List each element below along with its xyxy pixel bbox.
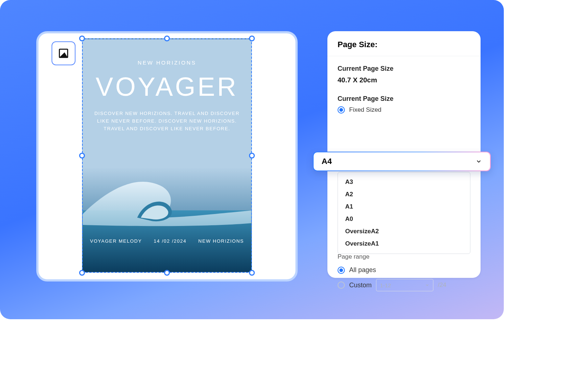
current-size-value: 40.7 X 20cm	[338, 76, 470, 84]
poster-footer-center: 14 /02 /2024	[154, 238, 186, 244]
resize-handle-top-right[interactable]	[249, 36, 255, 41]
canvas-preview: NEW HORIZIONS VOYAGER DISCOVER NEW HORIZ…	[36, 31, 298, 281]
resize-handle-mid-left[interactable]	[79, 153, 85, 159]
poster-kicker: NEW HORIZIONS	[83, 59, 251, 66]
custom-range-label: Custom	[349, 281, 372, 289]
size-mode-label: Current Page Size	[338, 95, 470, 103]
total-pages: /24	[438, 281, 446, 289]
selection-box[interactable]: NEW HORIZIONS VOYAGER DISCOVER NEW HORIZ…	[82, 38, 252, 273]
panel-title: Page Size:	[327, 31, 481, 56]
resize-handle-bottom-right[interactable]	[249, 270, 255, 276]
custom-range-select[interactable]: 1-12	[376, 279, 433, 291]
page-size-option[interactable]: OversizeA2	[338, 225, 470, 238]
fixed-size-label: Fixed Sized	[349, 106, 381, 114]
resize-handle-bottom-left[interactable]	[79, 270, 85, 276]
fixed-size-radio-row[interactable]: Fixed Sized	[338, 106, 470, 114]
resize-handle-mid-right[interactable]	[249, 153, 255, 159]
page-size-panel: Page Size: Current Page Size 40.7 X 20cm…	[327, 31, 481, 278]
page-size-option[interactable]: OversizeA1	[338, 238, 470, 250]
page-size-option[interactable]: A3	[338, 176, 470, 188]
poster-body: DISCOVER NEW HORIZIONS. TRAVEL AND DISCO…	[83, 110, 251, 132]
custom-range-radio[interactable]	[338, 281, 345, 289]
custom-range-placeholder: 1-12	[380, 282, 391, 288]
resize-handle-bottom-center[interactable]	[164, 270, 170, 276]
resize-handle-top-left[interactable]	[79, 36, 85, 41]
page-size-dropdown-value: A4	[322, 157, 332, 166]
all-pages-radio-row[interactable]: All pages	[338, 266, 470, 274]
fixed-size-radio[interactable]	[338, 106, 345, 114]
crop-icon	[53, 43, 74, 64]
poster-footer-left: VOYAGER MELODY	[90, 238, 142, 244]
page-range-label: Page range	[338, 253, 470, 260]
crop-tool-button[interactable]	[52, 41, 75, 65]
custom-range-radio-row[interactable]: Custom 1-12 /24	[338, 279, 470, 291]
poster-heading-block: NEW HORIZIONS VOYAGER DISCOVER NEW HORIZ…	[83, 59, 251, 132]
page-size-option[interactable]: A0	[338, 213, 470, 225]
chevron-down-icon	[425, 283, 429, 287]
resize-handle-top-center[interactable]	[164, 36, 170, 41]
page-size-option[interactable]: A1	[338, 201, 470, 213]
poster-title: VOYAGER	[83, 74, 251, 100]
page-size-dropdown[interactable]: A4	[313, 152, 491, 171]
poster-footer: VOYAGER MELODY 14 /02 /2024 NEW HORIZION…	[83, 238, 251, 244]
current-size-label: Current Page Size	[338, 65, 470, 73]
page-size-options: A3 A2 A1 A0 OversizeA2 OversizeA1	[338, 172, 470, 254]
chevron-down-icon	[475, 158, 482, 165]
all-pages-label: All pages	[349, 266, 376, 274]
page-size-option[interactable]: A2	[338, 188, 470, 201]
all-pages-radio[interactable]	[338, 267, 345, 274]
poster-wave-art	[83, 163, 252, 272]
poster-footer-right: NEW HORIZIONS	[198, 238, 244, 244]
